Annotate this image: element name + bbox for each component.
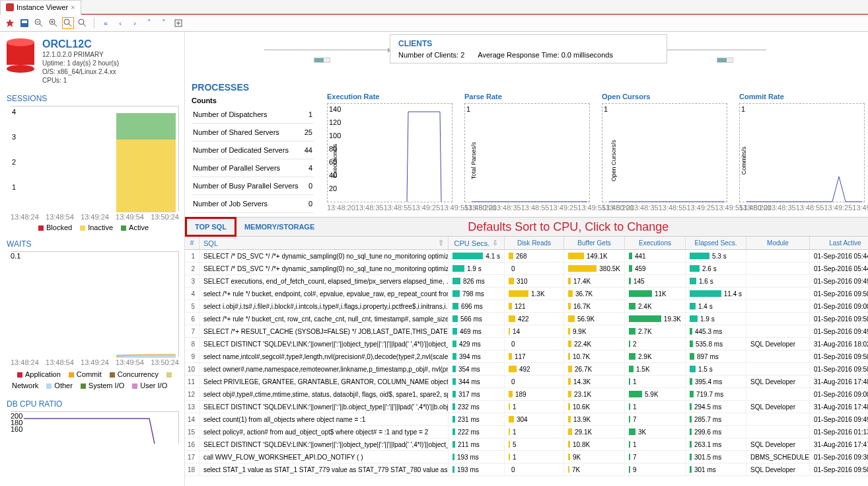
nav-first-icon[interactable]: «: [100, 17, 112, 29]
zoom-select-icon[interactable]: [62, 17, 74, 29]
sessions-title: SESSIONS: [0, 91, 184, 106]
table-row[interactable]: 9 select name,intcol#,segcol#,type#,leng…: [185, 350, 868, 363]
col-diskreads[interactable]: Disk Reads: [505, 237, 564, 249]
col-sql[interactable]: SQL⇧: [199, 237, 449, 249]
svg-rect-21: [116, 354, 176, 358]
clients-count: Number of Clients: 2: [398, 51, 464, 59]
clients-resp: Average Response Time: 0.0 milliseconds: [478, 51, 613, 59]
svg-rect-19: [116, 113, 176, 140]
svg-text:1: 1: [466, 105, 470, 113]
count-row: Number of Job Servers0: [192, 195, 314, 213]
zoom-out-icon[interactable]: [33, 17, 45, 29]
svg-text:20: 20: [329, 184, 337, 192]
close-icon[interactable]: ×: [71, 3, 75, 11]
instance-uptime: Uptime: 1 day(s) 2 hour(s): [42, 59, 119, 67]
cpuratio-panel: 200180160: [0, 411, 184, 450]
table-row[interactable]: 11 Select PRIVILEGE, GRANTEE, GRANTABLE,…: [185, 376, 868, 388]
sql-tabs: TOP SQL MEMORY/STORAGE Defaults Sort to …: [185, 217, 868, 237]
table-row[interactable]: 17 call WWV_FLOW_WORKSHEET_API.DO_NOTIFY…: [185, 451, 868, 464]
col-lastactive[interactable]: Last Active: [810, 237, 868, 249]
svg-rect-18: [116, 140, 176, 212]
col-module[interactable]: Module: [746, 237, 810, 249]
rate-chart: Execution Rate Executions/s 140120100806…: [327, 93, 452, 213]
left-sidebar: ORCL12C 12.1.0.2.0 PRIMARY Uptime: 1 day…: [0, 32, 185, 486]
col-elapsed[interactable]: Elapsed Secs.: [686, 237, 746, 249]
svg-text:140: 140: [329, 105, 341, 113]
svg-line-12: [83, 24, 86, 26]
table-row[interactable]: 13 SELECT DISTINCT 'SQLDEV:LINK:'||owner…: [185, 401, 868, 413]
processes-title: PROCESSES: [192, 82, 868, 93]
svg-text:4: 4: [12, 108, 16, 116]
waits-chart[interactable]: 0.1: [11, 251, 179, 357]
nav-up-icon[interactable]: ˄: [143, 17, 155, 29]
table-row[interactable]: 7 SELECT /*+ RESULT_CACHE (SYSOBJ=FALSE)…: [185, 325, 868, 338]
table-row[interactable]: 18 select STAT_1 value as STAT_1 STAT_77…: [185, 464, 868, 476]
table-row[interactable]: 10 select owner#,name,namespace,remoteow…: [185, 363, 868, 376]
clients-title: CLIENTS: [398, 39, 659, 48]
sessions-xticks: 13:48:2413:48:5413:49:2413:49:5413:50:24: [11, 212, 179, 221]
table-row[interactable]: 12 select obj#,type#,ctime,mtime,stime, …: [185, 388, 868, 401]
table-row[interactable]: 15 select policy#, action# from aud_obje…: [185, 426, 868, 438]
count-row: Number of Parallel Servers4: [192, 159, 314, 177]
svg-line-3: [40, 24, 42, 26]
nav-prev-icon[interactable]: ‹: [114, 17, 126, 29]
svg-text:80: 80: [329, 145, 337, 153]
clients-panel: CLIENTS Number of Clients: 2 Average Res…: [390, 34, 667, 63]
zoom-in-icon[interactable]: [48, 17, 59, 29]
db-mini-icon: [6, 3, 14, 11]
instance-summary: ORCL12C 12.1.0.2.0 PRIMARY Uptime: 1 day…: [0, 32, 184, 91]
count-row: Number of Busy Parallel Servers0: [192, 177, 314, 195]
col-executions[interactable]: Executions: [625, 237, 686, 249]
table-row[interactable]: 14 select count(1) from all_objects wher…: [185, 413, 868, 426]
tab-instance-viewer[interactable]: Instance Viewer ×: [0, 0, 81, 15]
tab-title: Instance Viewer: [17, 3, 68, 11]
progress-indicator-right: [717, 56, 733, 64]
table-row[interactable]: 1 SELECT /* DS_SVC */ /*+ dynamic_sampli…: [185, 250, 868, 263]
sessions-panel: Number of sessions 4321 13:48:2413:48:54…: [0, 106, 184, 237]
tab-top-sql[interactable]: TOP SQL: [185, 217, 236, 237]
rate-chart: Parse Rate Total Parses/s 1 13:48:2013:4…: [464, 93, 590, 213]
waits-panel: Wait in seconds/Minute 0.1 13:48:2413:48…: [0, 251, 184, 397]
svg-text:100: 100: [329, 132, 341, 140]
col-cpu[interactable]: CPU Secs.⇩: [449, 237, 505, 249]
cpuratio-chart[interactable]: 200180160: [11, 411, 179, 444]
svg-text:3: 3: [12, 133, 16, 141]
table-row[interactable]: 6 select /*+ rule */ bucket_cnt, row_cnt…: [185, 313, 868, 325]
instance-cpus: CPUs: 1: [42, 76, 119, 85]
waits-legend: ApplicationCommitConcurrencyNetworkOther…: [5, 366, 179, 391]
grid-header: # SQL⇧ CPU Secs.⇩ Disk Reads Buffer Gets…: [185, 237, 868, 250]
sessions-chart[interactable]: 4321: [11, 106, 179, 212]
svg-text:2: 2: [12, 158, 16, 166]
counts-title: Counts: [192, 93, 314, 106]
table-row[interactable]: 5 select i.obj#,i.ts#,i.file#,i.block#,i…: [185, 300, 868, 313]
table-row[interactable]: 4 select /*+ rule */ bucket, endpoint, c…: [185, 288, 868, 300]
expand-icon[interactable]: [172, 17, 184, 29]
table-row[interactable]: 3 SELECT executions, end_of_fetch_count,…: [185, 275, 868, 288]
col-buffergets[interactable]: Buffer Gets: [564, 237, 625, 249]
flow-line: [264, 50, 390, 50]
tab-memory-storage[interactable]: MEMORY/STORAGE: [236, 219, 322, 235]
table-row[interactable]: 16 SELECT DISTINCT 'SQLDEV:LINK:'||owner…: [185, 438, 868, 451]
save-icon[interactable]: [18, 17, 30, 29]
svg-line-10: [69, 24, 71, 26]
instance-name: ORCL12C: [42, 38, 119, 50]
svg-point-11: [79, 19, 84, 24]
rate-chart: Open Cursors Open Cursors/s 1 13:48:2013…: [602, 93, 727, 213]
svg-line-6: [54, 24, 57, 26]
svg-text:160: 160: [11, 425, 22, 433]
rate-charts-row: Execution Rate Executions/s 140120100806…: [327, 93, 865, 213]
table-row[interactable]: 8 SELECT DISTINCT 'SQLDEV:LINK:'||owner|…: [185, 338, 868, 350]
flow-line: [667, 50, 766, 50]
nav-next-icon[interactable]: ›: [129, 17, 141, 29]
zoom-fit-icon[interactable]: [77, 17, 89, 29]
processes-panel: PROCESSES Counts Number of Dispatchers1N…: [185, 78, 868, 217]
counts-list: Number of Dispatchers1Number of Shared S…: [192, 106, 314, 213]
svg-text:1: 1: [12, 183, 16, 191]
svg-text:0.1: 0.1: [11, 252, 20, 260]
table-row[interactable]: 2 SELECT /* DS_SVC */ /*+ dynamic_sampli…: [185, 263, 868, 275]
pin-icon[interactable]: [4, 17, 16, 29]
sessions-legend: BlockedInactiveActive: [5, 221, 179, 231]
col-num[interactable]: #: [185, 237, 199, 249]
window-tabbar: Instance Viewer ×: [0, 0, 868, 15]
nav-down-icon[interactable]: ˅: [158, 17, 170, 29]
